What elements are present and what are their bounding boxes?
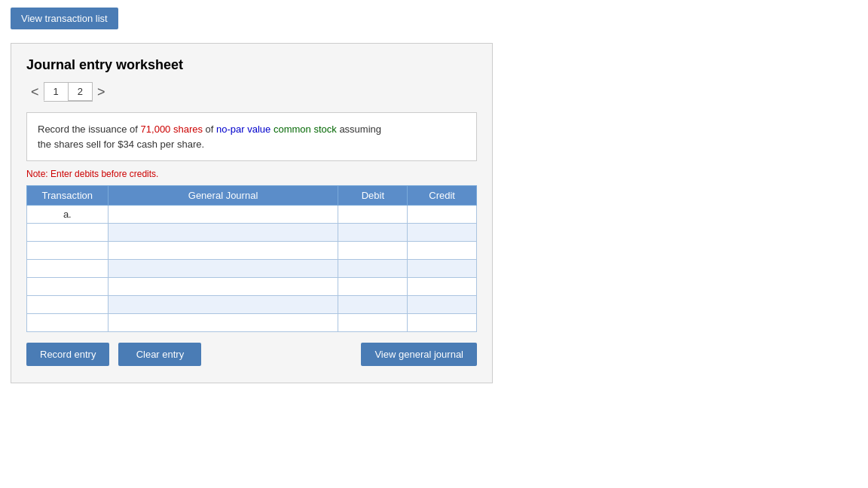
note-text: Note: Enter debits before credits. bbox=[26, 169, 477, 179]
debit-cell-4[interactable] bbox=[338, 260, 408, 278]
general-journal-input-5[interactable] bbox=[108, 278, 338, 295]
debit-cell-7[interactable] bbox=[338, 314, 408, 332]
credit-input-2[interactable] bbox=[408, 224, 476, 241]
transaction-cell-7 bbox=[27, 314, 108, 332]
view-transaction-button[interactable]: View transaction list bbox=[11, 8, 118, 29]
credit-cell-1[interactable] bbox=[408, 206, 477, 224]
col-header-general-journal: General Journal bbox=[108, 186, 338, 206]
transaction-cell-6 bbox=[27, 296, 108, 314]
debit-cell-6[interactable] bbox=[338, 296, 408, 314]
debit-input-6[interactable] bbox=[338, 296, 407, 313]
credit-cell-7[interactable] bbox=[408, 314, 477, 332]
general-journal-cell-6[interactable] bbox=[108, 296, 338, 314]
col-header-credit: Credit bbox=[408, 186, 477, 206]
debit-input-4[interactable] bbox=[338, 260, 407, 277]
instruction-part2: of bbox=[203, 124, 216, 135]
general-journal-input-3[interactable] bbox=[108, 242, 338, 259]
credit-input-6[interactable] bbox=[408, 296, 476, 313]
prev-arrow[interactable]: < bbox=[26, 83, 44, 102]
debit-input-5[interactable] bbox=[338, 278, 407, 295]
debit-input-2[interactable] bbox=[338, 224, 407, 241]
table-row bbox=[27, 242, 477, 260]
general-journal-input-4[interactable] bbox=[108, 260, 338, 277]
view-general-journal-button[interactable]: View general journal bbox=[361, 343, 477, 366]
debit-input-1[interactable] bbox=[338, 206, 407, 223]
clear-entry-button[interactable]: Clear entry bbox=[118, 343, 201, 366]
instruction-highlight-shares: 71,000 shares bbox=[141, 124, 203, 135]
next-arrow[interactable]: > bbox=[93, 83, 110, 102]
credit-input-7[interactable] bbox=[408, 314, 476, 331]
table-row bbox=[27, 224, 477, 242]
table-row bbox=[27, 314, 477, 332]
transaction-cell-3 bbox=[27, 242, 108, 260]
top-bar: View transaction list bbox=[0, 0, 868, 37]
tabs-wrapper: 1 2 bbox=[44, 82, 93, 102]
credit-input-5[interactable] bbox=[408, 278, 476, 295]
general-journal-cell-1[interactable] bbox=[108, 206, 338, 224]
general-journal-cell-4[interactable] bbox=[108, 260, 338, 278]
debit-cell-2[interactable] bbox=[338, 224, 408, 242]
table-row bbox=[27, 260, 477, 278]
journal-table: Transaction General Journal Debit Credit… bbox=[26, 185, 477, 332]
instruction-part1: Record the issuance of bbox=[38, 124, 141, 135]
instruction-highlight-nopar: no-par value bbox=[216, 124, 270, 135]
debit-cell-1[interactable] bbox=[338, 206, 408, 224]
general-journal-input-1[interactable] bbox=[108, 206, 338, 223]
credit-input-3[interactable] bbox=[408, 242, 476, 259]
debit-input-3[interactable] bbox=[338, 242, 407, 259]
debit-input-7[interactable] bbox=[338, 314, 407, 331]
instruction-highlight-stock: common stock bbox=[274, 124, 337, 135]
instruction-line2: the shares sell for $34 cash per share. bbox=[38, 139, 204, 150]
general-journal-cell-7[interactable] bbox=[108, 314, 338, 332]
tab-1[interactable]: 1 bbox=[44, 82, 69, 101]
transaction-cell-5 bbox=[27, 278, 108, 296]
instruction-part4: assuming bbox=[337, 124, 381, 135]
credit-cell-4[interactable] bbox=[408, 260, 477, 278]
general-journal-cell-3[interactable] bbox=[108, 242, 338, 260]
credit-input-1[interactable] bbox=[408, 206, 476, 223]
credit-input-4[interactable] bbox=[408, 260, 476, 277]
record-entry-button[interactable]: Record entry bbox=[26, 343, 109, 366]
general-journal-input-2[interactable] bbox=[108, 224, 338, 241]
debit-cell-3[interactable] bbox=[338, 242, 408, 260]
credit-cell-6[interactable] bbox=[408, 296, 477, 314]
col-header-debit: Debit bbox=[338, 186, 408, 206]
worksheet-title: Journal entry worksheet bbox=[26, 57, 477, 73]
table-row bbox=[27, 278, 477, 296]
col-header-transaction: Transaction bbox=[27, 186, 108, 206]
transaction-cell-2 bbox=[27, 224, 108, 242]
general-journal-cell-5[interactable] bbox=[108, 278, 338, 296]
tab-2[interactable]: 2 bbox=[68, 82, 93, 101]
credit-cell-2[interactable] bbox=[408, 224, 477, 242]
tab-navigation: < 1 2 > bbox=[26, 82, 477, 102]
debit-cell-5[interactable] bbox=[338, 278, 408, 296]
table-row bbox=[27, 296, 477, 314]
general-journal-input-6[interactable] bbox=[108, 296, 338, 313]
general-journal-input-7[interactable] bbox=[108, 314, 338, 331]
button-row: Record entry Clear entry View general jo… bbox=[26, 343, 477, 366]
table-row: a. bbox=[27, 206, 477, 224]
transaction-cell-1: a. bbox=[27, 206, 108, 224]
credit-cell-3[interactable] bbox=[408, 242, 477, 260]
instruction-box: Record the issuance of 71,000 shares of … bbox=[26, 112, 477, 161]
general-journal-cell-2[interactable] bbox=[108, 224, 338, 242]
worksheet-container: Journal entry worksheet < 1 2 > Record t… bbox=[11, 43, 493, 383]
transaction-cell-4 bbox=[27, 260, 108, 278]
credit-cell-5[interactable] bbox=[408, 278, 477, 296]
